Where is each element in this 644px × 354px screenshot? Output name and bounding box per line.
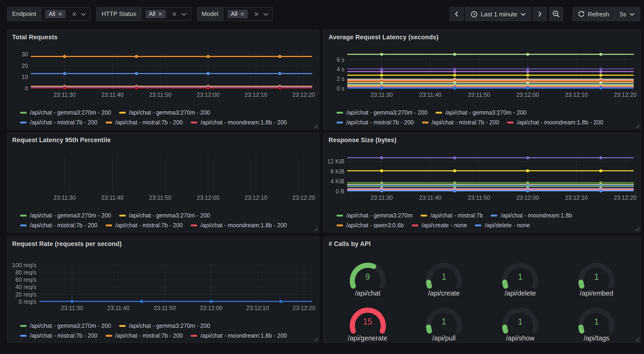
data-point <box>453 87 456 90</box>
data-point <box>599 169 602 172</box>
legend-item[interactable]: /api/chat - gemma3:270m <box>336 212 413 219</box>
x-tick-label: 23:11:50 <box>154 305 176 311</box>
gauge-value: 9 <box>346 272 389 282</box>
legend-item[interactable]: /api/chat - gemma3:270m - 200 <box>336 109 428 116</box>
legend-item[interactable]: /api/chat - gemma3:270m - 200 <box>119 109 210 116</box>
chevron-down-icon[interactable] <box>81 13 86 16</box>
legend-label: /api/chat - gemma3:270m - 200 <box>445 109 526 116</box>
legend-swatch-icon <box>435 112 442 114</box>
time-shift-back-button[interactable] <box>449 7 463 21</box>
x-tick-label: 23:11:50 <box>149 91 171 98</box>
chip-remove-icon[interactable]: ✕ <box>240 12 244 17</box>
legend-item[interactable]: /api/chat - gemma3:270m - 200 <box>20 323 111 329</box>
legend-label: /api/chat - moondream:1.8b - 200 <box>517 119 603 126</box>
gauge-value-arc <box>581 327 582 331</box>
legend-item[interactable]: /api/chat - mistral:7b - 200 <box>20 119 98 126</box>
gauge-api-pull: 1/api/pull <box>406 299 482 342</box>
data-point <box>599 87 602 90</box>
data-point <box>279 300 282 303</box>
data-point <box>206 72 210 75</box>
filter-chip[interactable]: All ✕ <box>146 10 166 18</box>
legend-item[interactable]: /api/chat - gemma3:270m - 200 <box>119 323 210 329</box>
y-tick-label: 8 KiB <box>330 168 344 175</box>
data-point <box>453 169 456 172</box>
time-shift-forward-button[interactable] <box>532 7 546 21</box>
data-point <box>135 55 138 58</box>
refresh-button[interactable]: Refresh <box>573 8 614 21</box>
legend-item[interactable]: /api/delete - none <box>475 222 530 229</box>
chip-remove-icon[interactable]: ✕ <box>158 12 162 17</box>
legend-item[interactable]: /api/chat - moondream:1.8b - 200 <box>191 332 287 339</box>
legend-swatch-icon <box>191 122 197 123</box>
legend-item[interactable]: /api/chat - moondream:1.8b - 200 <box>191 222 287 229</box>
legend-swatch-icon <box>106 122 112 123</box>
x-tick-label: 23:12:00 <box>200 305 222 311</box>
filter-chip[interactable]: All ✕ <box>228 10 248 18</box>
time-range-picker[interactable]: Last 1 minute <box>465 7 531 21</box>
legend-swatch-icon <box>191 224 197 226</box>
clear-filter-icon[interactable]: ✕ <box>72 11 77 17</box>
magnifier-minus-icon <box>552 10 560 18</box>
chevron-right-icon <box>538 11 542 17</box>
legend-label: /api/chat - mistral:7b - 200 <box>115 222 183 229</box>
legend-item[interactable]: /api/chat - mistral:7b - 200 <box>106 222 183 229</box>
legend-swatch-icon <box>336 112 343 114</box>
data-point <box>135 86 138 89</box>
y-tick-label: 6 s <box>337 56 344 63</box>
legend-item[interactable]: /api/chat - gemma3:270m - 200 <box>20 212 111 219</box>
y-tick-label: 0 s <box>337 85 344 92</box>
gauge-arc: 15 <box>346 300 389 334</box>
x-tick-label: 23:11:50 <box>468 194 490 201</box>
legend-swatch-icon <box>422 122 428 123</box>
legend-item[interactable]: /api/chat - mistral:7b - 200 <box>336 119 414 126</box>
legend-item[interactable]: /api/chat - mistral:7b - 200 <box>422 119 499 126</box>
chevron-down-icon[interactable] <box>263 13 268 16</box>
x-tick-label: 23:11:40 <box>419 91 442 98</box>
data-point <box>599 67 602 70</box>
legend-label: /api/chat - mistral:7b - 200 <box>115 332 183 339</box>
legend-item[interactable]: /api/chat - gemma3:270m - 200 <box>20 109 111 116</box>
clear-filter-icon[interactable]: ✕ <box>254 11 259 17</box>
filter-value-dropdown[interactable]: All ✕ ✕ <box>41 8 90 21</box>
legend-swatch-icon <box>475 224 482 226</box>
chevron-down-icon[interactable] <box>181 13 186 16</box>
x-tick-label: 23:11:30 <box>61 305 83 311</box>
legend-item[interactable]: /api/chat - moondream:1.8b - 200 <box>191 119 287 126</box>
gauge-label: /api/create <box>428 289 460 297</box>
legend-item[interactable]: /api/chat - mistral:7b <box>420 212 483 219</box>
chip-remove-icon[interactable]: ✕ <box>58 12 62 17</box>
refresh-interval-dropdown[interactable]: 5s <box>615 8 640 21</box>
legend-item[interactable]: /api/chat - mistral:7b - 200 <box>106 119 183 126</box>
y-tick-label: 12 KiB <box>327 158 344 165</box>
legend-item[interactable]: /api/create - none <box>412 222 467 229</box>
legend-item[interactable]: /api/chat - mistral:7b - 200 <box>20 332 98 339</box>
legend-swatch-icon <box>20 122 27 123</box>
legend-item[interactable]: /api/chat - qwen3:0.6b <box>336 222 404 229</box>
data-point <box>380 156 383 159</box>
legend-item[interactable]: /api/chat - gemma3:270m - 200 <box>435 109 526 116</box>
data-point <box>278 72 281 75</box>
filter-value-dropdown[interactable]: All ✕ ✕ <box>141 8 190 21</box>
zoom-out-time-button[interactable] <box>549 7 563 21</box>
legend-item[interactable]: /api/chat - moondream:1.8b - 200 <box>507 119 603 126</box>
filter-value-dropdown[interactable]: All ✕ ✕ <box>224 8 272 21</box>
legend-row: /api/chat - gemma3:270m - 200/api/chat -… <box>20 109 315 116</box>
gauge-value: 1 <box>575 317 618 327</box>
legend-item[interactable]: /api/chat - moondream:1.8b <box>491 212 572 219</box>
legend-label: /api/chat - moondream:1.8b - 200 <box>200 222 287 229</box>
panel-resize-grip-icon[interactable] <box>635 337 639 341</box>
legend-row: /api/chat - mistral:7b - 200/api/chat - … <box>20 332 315 339</box>
legend-label: /api/chat - gemma3:270m - 200 <box>129 109 210 116</box>
y-tick-label: 0 <box>25 85 28 92</box>
legend-item[interactable]: /api/chat - mistral:7b - 200 <box>20 222 98 229</box>
legend-label: /api/chat - gemma3:270m - 200 <box>129 323 210 329</box>
gauge-label: /api/generate <box>348 334 388 342</box>
clear-filter-icon[interactable]: ✕ <box>172 11 177 17</box>
data-point <box>453 67 456 70</box>
legend-item[interactable]: /api/chat - gemma3:270m - 200 <box>119 212 210 219</box>
panel-title[interactable]: # Calls by API <box>328 240 370 247</box>
filter-chip[interactable]: All ✕ <box>46 10 66 18</box>
legend-item[interactable]: /api/chat - mistral:7b - 200 <box>106 332 183 339</box>
legend-label: /api/chat - mistral:7b - 200 <box>30 119 98 126</box>
panel-response-size: Response Size (bytes) 0 B4 KiB8 KiB12 Ki… <box>324 133 641 232</box>
